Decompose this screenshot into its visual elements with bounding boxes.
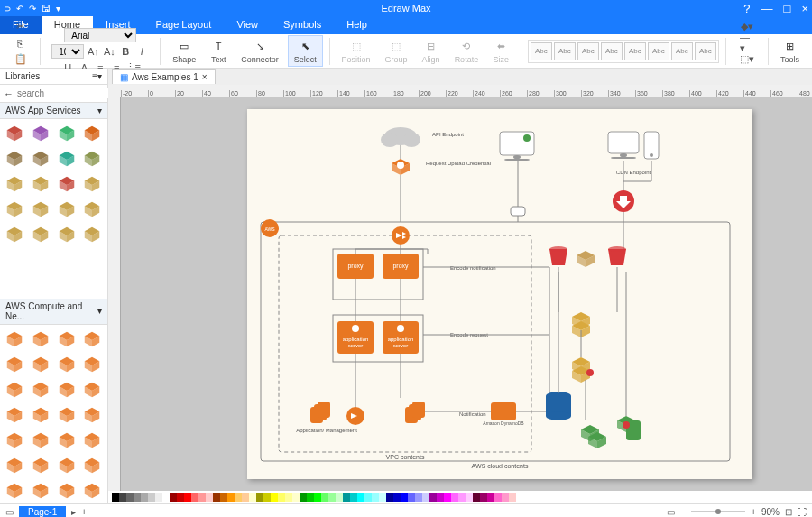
color-swatch[interactable] [155, 493, 162, 502]
library-category-app-services[interactable]: AWS App Services▾ [0, 103, 107, 119]
library-shape[interactable] [4, 379, 25, 401]
library-shape[interactable] [30, 455, 51, 476]
color-swatch[interactable] [444, 493, 451, 502]
library-shape[interactable] [81, 455, 103, 476]
menu-symbols[interactable]: Symbols [271, 16, 334, 34]
style-preset[interactable]: Abc [554, 42, 576, 60]
redo-icon[interactable]: ↷ [29, 4, 36, 14]
library-shape[interactable] [56, 328, 78, 350]
color-swatch[interactable] [220, 493, 227, 502]
select-tool[interactable]: ⬉Select [288, 35, 323, 67]
toolbar-dropdown-icon[interactable]: ▾ [56, 4, 60, 14]
style-preset[interactable]: Abc [648, 42, 669, 60]
color-swatch[interactable] [372, 493, 379, 502]
color-swatch[interactable] [451, 493, 458, 502]
color-swatch[interactable] [343, 493, 350, 502]
color-swatch[interactable] [300, 493, 307, 502]
library-shape[interactable] [30, 354, 51, 375]
color-swatch[interactable] [336, 493, 343, 502]
color-swatch[interactable] [429, 493, 437, 502]
connector-tool[interactable]: ↘Connector [235, 36, 284, 66]
color-swatch[interactable] [242, 493, 249, 502]
menu-help[interactable]: Help [334, 16, 380, 34]
color-swatch[interactable] [357, 493, 364, 502]
library-shape[interactable] [56, 429, 78, 451]
color-swatch[interactable] [458, 493, 466, 502]
color-swatch[interactable] [148, 493, 155, 502]
cut-icon[interactable]: ✂ [14, 20, 28, 34]
library-shape[interactable] [56, 480, 78, 502]
color-swatch[interactable] [502, 493, 509, 502]
increase-font-icon[interactable]: A↑ [86, 44, 100, 59]
library-category-compute[interactable]: AWS Compute and Ne...▾ [0, 299, 107, 325]
color-swatch[interactable] [473, 493, 480, 502]
style-preset[interactable]: Abc [577, 42, 599, 60]
line-dropdown-icon[interactable]: —▾ [740, 36, 754, 51]
style-preset[interactable]: Abc [601, 42, 623, 60]
library-shape[interactable] [56, 354, 78, 375]
library-shape[interactable] [4, 429, 25, 451]
presentation-icon[interactable]: ▭ [667, 507, 675, 517]
bold-button[interactable]: B [118, 44, 133, 59]
library-shape[interactable] [56, 148, 78, 170]
size-tool[interactable]: ⬌Size [487, 36, 514, 66]
library-shape[interactable] [81, 429, 103, 451]
menu-view[interactable]: View [224, 16, 271, 34]
color-swatch[interactable] [263, 493, 271, 502]
library-shape[interactable] [30, 173, 51, 195]
library-shape[interactable] [56, 455, 78, 476]
style-preset[interactable]: Abc [624, 42, 646, 60]
undo-icon[interactable]: ↶ [16, 4, 23, 14]
color-swatch[interactable] [213, 493, 220, 502]
color-swatch[interactable] [350, 493, 357, 502]
library-shape[interactable] [4, 148, 25, 170]
zoom-in-icon[interactable]: + [751, 507, 756, 517]
menu-page-layout[interactable]: Page Layout [143, 16, 225, 34]
style-preset[interactable]: Abc [695, 42, 716, 60]
color-swatch[interactable] [364, 493, 372, 502]
library-shape[interactable] [56, 404, 78, 426]
color-swatch[interactable] [177, 493, 184, 502]
library-shape[interactable] [81, 148, 103, 170]
color-swatch[interactable] [256, 493, 263, 502]
library-shape[interactable] [81, 480, 103, 502]
library-shape[interactable] [30, 224, 51, 245]
library-shape[interactable] [30, 198, 51, 220]
decrease-font-icon[interactable]: A↓ [102, 44, 116, 59]
color-swatch[interactable] [278, 493, 285, 502]
library-shape[interactable] [30, 379, 51, 401]
italic-button[interactable]: I [134, 44, 149, 59]
align-tool[interactable]: ⊟Align [417, 36, 446, 66]
close-icon[interactable]: × [801, 2, 808, 15]
font-family-select[interactable]: Arial [64, 28, 136, 42]
document-tab[interactable]: ▦ Aws Examples 1 × [112, 69, 216, 84]
color-swatch[interactable] [170, 493, 177, 502]
page-tab[interactable]: Page-1 [19, 506, 66, 518]
library-shape[interactable] [30, 148, 51, 170]
color-swatch[interactable] [509, 493, 516, 502]
diagram-page[interactable]: AWS cloud contents VPC contents API Endp… [247, 109, 752, 479]
add-page-button[interactable]: + [81, 507, 87, 517]
color-swatch[interactable] [271, 493, 278, 502]
libraries-menu-icon[interactable]: ≡▾ [92, 71, 102, 81]
shape-tool[interactable]: ▭Shape [167, 36, 201, 66]
copy-icon[interactable]: ⎘ [14, 36, 28, 51]
color-swatch[interactable] [437, 493, 444, 502]
color-swatch[interactable] [227, 493, 235, 502]
library-shape[interactable] [56, 173, 78, 195]
color-swatch[interactable] [292, 493, 300, 502]
library-shape[interactable] [4, 198, 25, 220]
fullscreen-icon[interactable]: ⛶ [798, 507, 807, 517]
color-swatch[interactable] [249, 493, 256, 502]
library-shape[interactable] [30, 404, 51, 426]
library-shape[interactable] [4, 354, 25, 375]
library-shape[interactable] [81, 198, 103, 220]
library-shape[interactable] [4, 123, 25, 144]
library-shape[interactable] [81, 123, 103, 144]
library-shape[interactable] [4, 480, 25, 502]
position-tool[interactable]: ⬚Position [337, 36, 376, 66]
minimize-icon[interactable]: — [761, 2, 773, 15]
library-shape[interactable] [4, 404, 25, 426]
color-swatch[interactable] [321, 493, 328, 502]
library-shape[interactable] [4, 224, 25, 245]
